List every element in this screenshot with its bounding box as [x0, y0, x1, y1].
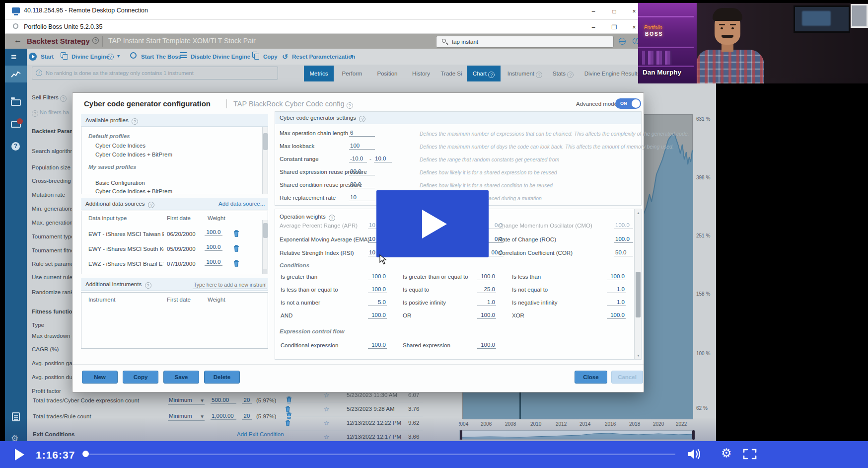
cancel-button[interactable]: Cancel — [611, 371, 643, 384]
setting-value[interactable]: 6 — [349, 130, 375, 137]
weights-help-icon[interactable] — [329, 215, 335, 221]
weight-value[interactable]: 100.0 — [614, 222, 633, 229]
condition-value[interactable]: 1.0 — [477, 299, 496, 306]
data-source-weight[interactable]: 100.0 — [205, 229, 222, 236]
tab-chart[interactable]: Chart — [467, 66, 501, 81]
data-source-weight[interactable]: 100.0 — [205, 244, 222, 251]
app-minimize-button[interactable]: – — [586, 22, 601, 33]
condition-value[interactable]: 100.0 — [607, 312, 626, 319]
scrollbar-thumb[interactable] — [263, 223, 268, 238]
tab-instrument[interactable]: Instrument — [503, 66, 547, 81]
progress-handle[interactable] — [82, 451, 89, 457]
scrollbar-thumb[interactable] — [263, 133, 268, 150]
sell-filters-help-icon[interactable] — [60, 95, 67, 102]
start-the-boss-button[interactable]: Start The Boss — [141, 54, 181, 60]
data-source-row[interactable]: EWZ - iShares MSCI Brazil ETF Premi... 0… — [81, 258, 260, 273]
flow-value[interactable]: 100.0 — [368, 342, 387, 349]
data-source-row[interactable]: EWY - iShares MSCI South Korea ET... 05/… — [81, 243, 260, 258]
copy-button[interactable]: Copy — [263, 54, 278, 60]
weight-value[interactable]: 100.0 — [614, 236, 633, 243]
close-button[interactable]: Close — [575, 371, 607, 384]
reset-parameterization-button[interactable]: Reset Parameterization — [292, 54, 355, 60]
dialog-subtitle-help-icon[interactable] — [347, 102, 353, 109]
trash-icon[interactable] — [285, 406, 290, 412]
condition-value[interactable]: 100.0 — [368, 273, 387, 280]
data-source-weight[interactable]: 100.0 — [205, 259, 222, 266]
minimum-dropdown[interactable]: Minimum ▾ — [168, 397, 205, 405]
instruments-help-icon[interactable] — [145, 282, 151, 289]
save-button[interactable]: Save — [163, 371, 199, 384]
settings-gear-icon[interactable]: ⚙ — [721, 446, 732, 460]
volume-icon[interactable] — [687, 448, 702, 461]
tab-history[interactable]: History — [406, 66, 436, 81]
app-restore-button[interactable]: ❐ — [607, 22, 622, 33]
condition-value[interactable]: 100.0 — [477, 273, 496, 280]
weights-scrollbar[interactable]: ▲ ▼ — [634, 209, 641, 359]
settings-help-icon[interactable] — [359, 116, 365, 122]
star-icon[interactable]: ☆ — [324, 391, 330, 399]
profile-item[interactable]: Basic Configuration — [95, 180, 145, 186]
sidebar-item-backtest[interactable] — [5, 66, 27, 82]
setting-value-min[interactable]: -10.0 — [349, 156, 367, 162]
profile-item[interactable]: Cyber Code Indices — [95, 143, 145, 149]
tab-perform[interactable]: Perform — [336, 66, 368, 81]
star-icon[interactable]: ☆ — [324, 405, 330, 413]
trash-icon[interactable] — [233, 260, 239, 267]
delete-button[interactable]: Delete — [204, 371, 240, 384]
reset-caret-icon[interactable]: ▾ — [351, 53, 353, 59]
page-title-help-icon[interactable] — [92, 37, 99, 44]
condition-value[interactable]: 100.0 — [368, 312, 387, 319]
advanced-mode-toggle[interactable]: ON — [615, 98, 641, 109]
setting-value[interactable]: 10 — [349, 194, 375, 201]
trash-icon[interactable] — [233, 245, 239, 252]
setting-value[interactable]: 80.0 — [349, 168, 375, 175]
video-play-overlay[interactable] — [376, 190, 489, 257]
theater-mode-icon[interactable] — [743, 448, 757, 460]
profile-item[interactable]: Cyber Code Indices + BitPrem — [95, 188, 172, 194]
divine-engine-button[interactable]: Divine Engine — [72, 54, 109, 60]
folder-icon[interactable] — [11, 99, 21, 106]
param-row-value[interactable]: 500.00 — [211, 397, 236, 404]
start-button[interactable]: Start — [41, 54, 54, 60]
flow-value[interactable]: 100.0 — [477, 342, 496, 349]
play-button[interactable] — [15, 449, 24, 461]
rdp-maximize-button[interactable]: □ — [607, 6, 622, 17]
new-button[interactable]: New — [82, 371, 118, 384]
tab-metrics[interactable]: Metrics — [304, 66, 334, 81]
add-data-source-link[interactable]: Add data source... — [218, 201, 265, 207]
setting-value[interactable]: 100 — [349, 143, 375, 150]
param-row-count[interactable]: 20 — [242, 397, 252, 404]
condition-value[interactable]: 100.0 — [477, 312, 496, 319]
divine-engine-caret-icon[interactable]: ▾ — [117, 53, 120, 59]
scroll-up-icon[interactable]: ▲ — [637, 211, 640, 215]
disable-divine-engine-button[interactable]: Disable Divine Engine — [191, 54, 250, 60]
setting-value[interactable]: 80.0 — [349, 181, 375, 188]
profiles-help-icon[interactable] — [132, 118, 138, 125]
add-instrument-input[interactable] — [193, 280, 267, 289]
scrollbar-thumb[interactable] — [636, 272, 641, 317]
condition-value[interactable]: 100.0 — [368, 286, 387, 293]
data-sources-help-icon[interactable] — [148, 202, 154, 208]
tab-stats[interactable]: Stats — [549, 66, 577, 81]
tab-position[interactable]: Position — [370, 66, 404, 81]
copy-profile-button[interactable]: Copy — [123, 371, 158, 384]
setting-value-max[interactable]: 10.0 — [374, 156, 392, 162]
data-source-row[interactable]: EWT - iShares MSCI Taiwan ETF Pre... 06/… — [81, 228, 260, 243]
trash-icon[interactable] — [233, 230, 239, 237]
weight-value[interactable]: 50.0 — [614, 249, 633, 256]
condition-value[interactable]: 1.0 — [607, 286, 626, 293]
condition-value[interactable]: 25.0 — [477, 286, 496, 293]
rdp-minimize-button[interactable]: – — [586, 6, 601, 17]
back-arrow-icon[interactable]: ← — [14, 36, 22, 45]
menu-icon[interactable]: ≡ — [11, 52, 16, 63]
profiles-listbox[interactable]: Default profiles Cyber Code Indices Cybe… — [81, 127, 268, 194]
condition-value[interactable]: 1.0 — [607, 299, 626, 306]
progress-track[interactable] — [89, 454, 675, 455]
tab-trade-signals[interactable]: Trade Si — [438, 66, 465, 81]
profile-item[interactable]: Cyber Code Indices + BitPrem — [95, 152, 172, 157]
scroll-down-icon[interactable]: ▼ — [637, 354, 640, 357]
condition-value[interactable]: 100.0 — [607, 273, 626, 280]
condition-value[interactable]: 5.0 — [368, 299, 387, 306]
help-circle-icon[interactable]: ? — [11, 142, 20, 151]
divine-engine-help-icon[interactable] — [107, 54, 114, 60]
